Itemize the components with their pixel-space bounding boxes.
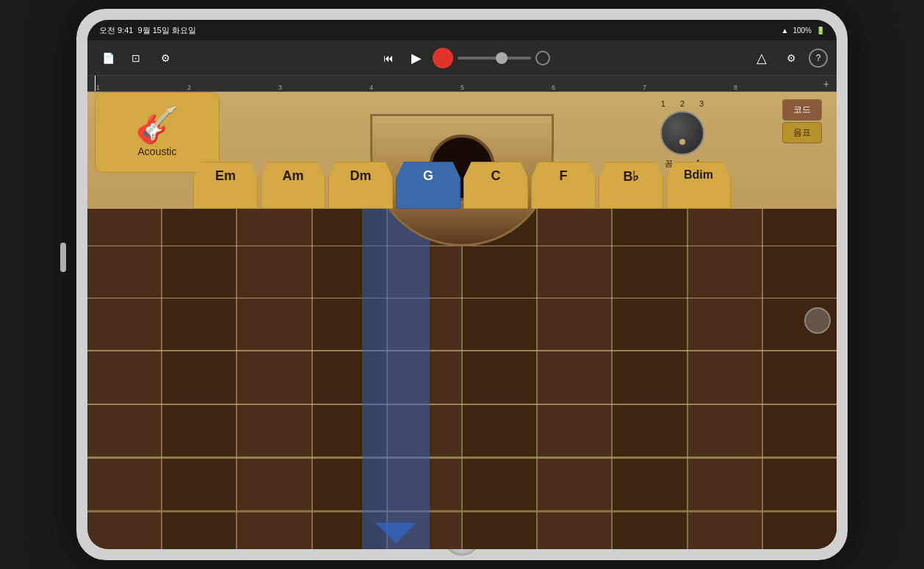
mixer-button[interactable]: ⚙ (154, 46, 177, 70)
ruler-marks: 1 2 3 4 5 6 7 8 (95, 76, 823, 91)
ruler-mark-6: 6 (550, 84, 641, 91)
ipad-screen: 오전 9:41 9월 15일 화요일 ▲ 100% 🔋 📄 ⊡ ⚙ ⏮ ▶ (87, 20, 837, 549)
ruler-mark-8: 8 (732, 84, 823, 91)
ruler-mark-2: 2 (186, 84, 277, 91)
autoplay-num-3: 3 (699, 99, 704, 108)
track-view-button[interactable]: ⊡ (124, 46, 148, 70)
chord-button-em[interactable]: Em (193, 162, 258, 209)
toolbar: 📄 ⊡ ⚙ ⏮ ▶ △ ⚙ ? (87, 40, 837, 76)
mode-buttons: 코드 음표 (782, 99, 822, 143)
transport-controls: ⏮ ▶ (377, 46, 550, 70)
chord-buttons-row: Em Am Dm G C F B♭ Bdim (87, 162, 837, 209)
main-content: 🎸 Acoustic 1 2 3 꼼 4 Autoplay (87, 92, 837, 549)
chord-button-am[interactable]: Am (261, 162, 325, 209)
status-bar: 오전 9:41 9월 15일 화요일 ▲ 100% 🔋 (87, 20, 837, 40)
g-chord-highlight (362, 209, 430, 549)
fret-7 (538, 209, 613, 549)
playhead (95, 76, 95, 91)
instrument-selector[interactable]: 🎸 Acoustic (95, 92, 220, 173)
fret-3 (237, 209, 312, 549)
fret-2 (162, 209, 237, 549)
chord-button-f[interactable]: F (531, 162, 596, 209)
left-side-button[interactable] (60, 243, 66, 272)
ruler-mark-7: 7 (641, 84, 732, 91)
fret-9 (688, 209, 763, 549)
help-button[interactable]: ? (809, 49, 828, 68)
add-track-button[interactable]: + (823, 78, 829, 90)
chord-button-g[interactable]: G (396, 162, 461, 209)
status-right: ▲ 100% 🔋 (782, 26, 825, 35)
toolbar-left-group: 📄 ⊡ (96, 46, 148, 70)
fret-10 (763, 209, 837, 549)
autoplay-num-2: 2 (680, 99, 685, 108)
wifi-icon: ▲ (782, 26, 789, 35)
rewind-button[interactable]: ⏮ (377, 46, 400, 70)
g-chord-arrow (375, 523, 416, 543)
fretboard (87, 209, 837, 549)
guitar-icon: 🎸 (135, 107, 179, 143)
chord-button-c[interactable]: C (463, 162, 528, 209)
chord-button-bb[interactable]: B♭ (599, 162, 663, 209)
timeline-ruler: 1 2 3 4 5 6 7 8 + (87, 76, 837, 92)
autoplay-knob[interactable] (660, 111, 704, 155)
circle-button[interactable] (535, 51, 550, 65)
record-button[interactable] (433, 48, 453, 68)
ipad-frame: 오전 9:41 9월 15일 화요일 ▲ 100% 🔋 📄 ⊡ ⚙ ⏮ ▶ (76, 9, 848, 560)
new-song-button[interactable]: 📄 (96, 46, 120, 70)
status-date: 9월 15일 화요일 (137, 25, 195, 36)
note-mode-button[interactable]: 음표 (782, 122, 822, 143)
fret-6 (463, 209, 538, 549)
autoplay-numbers: 1 2 3 (661, 99, 704, 108)
ruler-mark-5: 5 (459, 84, 550, 91)
fret-8 (613, 209, 687, 549)
chord-button-bdim[interactable]: Bdim (666, 162, 731, 209)
status-left: 오전 9:41 9월 15일 화요일 (99, 25, 196, 36)
knob-indicator (679, 139, 685, 145)
ruler-mark-1: 1 (95, 84, 186, 91)
ruler-mark-3: 3 (277, 84, 368, 91)
chord-button-dm[interactable]: Dm (328, 162, 393, 209)
instrument-name: Acoustic (138, 146, 177, 157)
play-button[interactable]: ▶ (405, 46, 428, 70)
autoplay-num-1: 1 (661, 99, 665, 108)
fret-lines (87, 209, 837, 549)
settings-button[interactable]: ⚙ (779, 46, 803, 70)
battery-bar: 🔋 (816, 26, 825, 35)
metronome-button[interactable]: △ (750, 46, 773, 70)
volume-slider[interactable] (458, 57, 531, 60)
volume-thumb (496, 52, 508, 64)
ruler-mark-4: 4 (368, 84, 459, 91)
chord-mode-button[interactable]: 코드 (782, 99, 822, 121)
home-button-right[interactable] (804, 307, 831, 334)
fret-1 (87, 209, 162, 549)
status-time: 오전 9:41 (99, 25, 133, 36)
battery-icon: 100% (793, 26, 812, 35)
